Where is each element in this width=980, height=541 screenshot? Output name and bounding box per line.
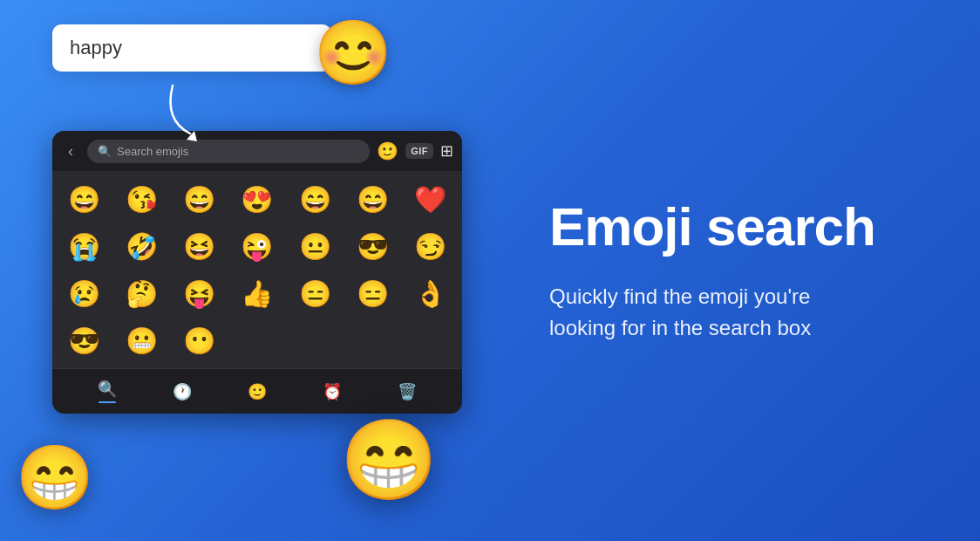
emoji-cell[interactable]: 👍 bbox=[229, 270, 285, 316]
emoji-cell[interactable]: 😜 bbox=[229, 223, 285, 269]
nav-delete-icon[interactable]: 🗑️ bbox=[398, 382, 417, 401]
emoji-button[interactable]: 🙂 bbox=[377, 140, 398, 161]
keyboard-panel: ‹ 🔍 Search emojis 🙂 GIF ⊞ 😄 😘 😄 😍 😄 😄 ❤️ bbox=[52, 131, 462, 414]
emoji-cell[interactable]: 😄 bbox=[344, 176, 400, 222]
back-button[interactable]: ‹ bbox=[61, 139, 80, 164]
emoji-cell bbox=[229, 318, 285, 363]
emoji-cell[interactable]: 😬 bbox=[113, 318, 169, 363]
emoji-cell[interactable]: 😍 bbox=[229, 176, 285, 222]
emoji-cell[interactable]: 😄 bbox=[172, 176, 228, 222]
emoji-cell[interactable]: 😶 bbox=[172, 318, 228, 363]
gif-button[interactable]: GIF bbox=[405, 143, 433, 159]
nav-search-icon[interactable]: 🔍 bbox=[98, 380, 117, 403]
right-section: Emoji search Quickly find the emoji you'… bbox=[506, 162, 980, 379]
nav-emoji-icon[interactable]: 🙂 bbox=[248, 382, 267, 401]
page-title: Emoji search bbox=[549, 197, 936, 257]
big-emoji-bottom-right: 😁 bbox=[340, 414, 438, 506]
emoji-cell[interactable]: 😄 bbox=[56, 176, 112, 222]
emoji-grid: 😄 😘 😄 😍 😄 😄 ❤️ 😭 🤣 😆 😜 😐 😎 😏 😢 🤔 😝 bbox=[52, 171, 462, 368]
keyboard-header: ‹ 🔍 Search emojis 🙂 GIF ⊞ bbox=[52, 131, 462, 171]
emoji-cell[interactable]: 😑 bbox=[287, 270, 343, 316]
emoji-cell[interactable]: 🤔 bbox=[113, 270, 169, 316]
keyboard-search-bar[interactable]: 🔍 Search emojis bbox=[87, 140, 370, 163]
curve-arrow-icon bbox=[146, 77, 216, 147]
emoji-cell bbox=[287, 318, 343, 363]
emoji-cell[interactable]: 😘 bbox=[113, 176, 169, 222]
emoji-cell[interactable]: 😄 bbox=[287, 176, 343, 222]
emoji-heart-cell[interactable]: ❤️ bbox=[403, 176, 459, 222]
search-icon: 🔍 bbox=[98, 145, 112, 158]
emoji-cell[interactable]: 😏 bbox=[403, 223, 459, 269]
search-typed-text: happy bbox=[70, 37, 122, 58]
nav-active-indicator bbox=[99, 401, 116, 403]
nav-alarm-icon[interactable]: ⏰ bbox=[323, 382, 342, 401]
left-section: happy 😊 ‹ 🔍 Search emojis 🙂 GIF ⊞ bbox=[0, 0, 506, 541]
big-emoji-bottom-left: 😁 bbox=[16, 441, 94, 515]
emoji-cell[interactable]: 😐 bbox=[287, 223, 343, 269]
emoji-cell[interactable]: 😎 bbox=[344, 223, 400, 269]
emoji-cell[interactable]: 👌 bbox=[403, 270, 459, 316]
keyboard-nav-bar: 🔍 🕐 🙂 ⏰ 🗑️ bbox=[52, 368, 462, 414]
big-emoji-top: 😊 bbox=[314, 16, 392, 90]
emoji-cell[interactable]: 😢 bbox=[56, 270, 112, 316]
emoji-cell[interactable]: 😎 bbox=[56, 318, 112, 363]
emoji-cell[interactable]: 😝 bbox=[172, 270, 228, 316]
grid-icon-button[interactable]: ⊞ bbox=[440, 141, 453, 161]
emoji-cell bbox=[344, 318, 400, 363]
emoji-cell[interactable]: 😆 bbox=[172, 223, 228, 269]
emoji-cell bbox=[403, 318, 459, 363]
emoji-cell[interactable]: 😭 bbox=[56, 223, 112, 269]
page-subtitle: Quickly find the emoji you're looking fo… bbox=[549, 281, 881, 344]
emoji-cell[interactable]: 🤣 bbox=[113, 223, 169, 269]
nav-recent-icon[interactable]: 🕐 bbox=[173, 382, 192, 401]
main-container: happy 😊 ‹ 🔍 Search emojis 🙂 GIF ⊞ bbox=[0, 0, 980, 541]
emoji-cell[interactable]: 😑 bbox=[344, 270, 400, 316]
floating-search-box: happy bbox=[52, 24, 331, 72]
